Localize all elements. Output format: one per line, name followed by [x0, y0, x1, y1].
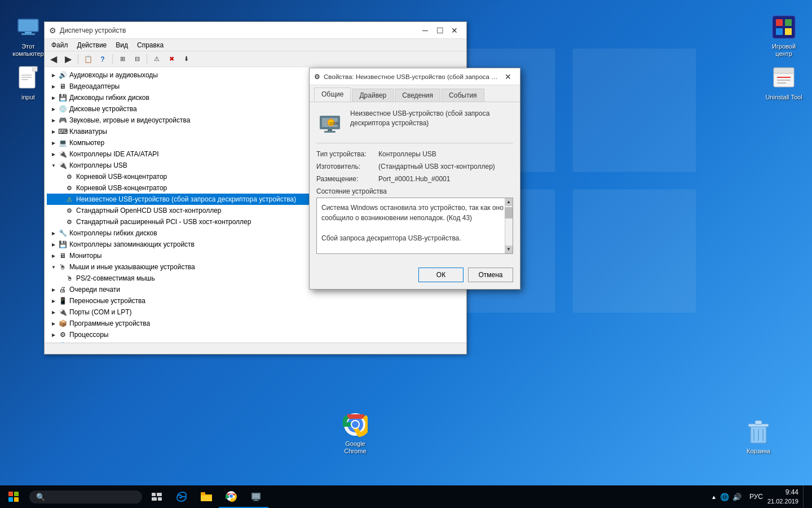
tab-general[interactable]: Общие: [314, 87, 351, 102]
maximize-button[interactable]: ☐: [433, 23, 447, 38]
menu-action[interactable]: Действие: [73, 39, 112, 51]
tree-toggle-disk[interactable]: ▶: [49, 104, 58, 113]
minimize-button[interactable]: ─: [418, 23, 433, 38]
device-manager-title: Диспетчер устройств: [60, 27, 418, 34]
tab-events[interactable]: События: [442, 89, 484, 102]
tree-toggle-computer[interactable]: ▶: [49, 138, 58, 147]
tree-toggle-audio[interactable]: ▶: [49, 71, 58, 80]
svg-rect-4: [18, 19, 38, 32]
chrome-icon: [342, 411, 369, 438]
tree-toggle-network[interactable]: ▶: [49, 341, 58, 343]
toolbar-help[interactable]: ?: [96, 52, 109, 66]
toolbar-warn[interactable]: ⚠: [150, 52, 164, 66]
svg-rect-18: [776, 28, 783, 35]
svg-rect-46: [157, 493, 162, 496]
tree-toggle-portable[interactable]: ▶: [49, 296, 58, 305]
language-indicator[interactable]: РУС: [749, 493, 763, 501]
sys-icons: ▲ 🌐 🔊: [708, 493, 745, 501]
tab-driver[interactable]: Драйвер: [352, 89, 394, 102]
taskbar-explorer[interactable]: [194, 485, 219, 508]
svg-rect-24: [777, 82, 786, 84]
menu-view[interactable]: Вид: [111, 39, 133, 51]
toolbar-properties[interactable]: 📋: [81, 52, 95, 66]
tree-software[interactable]: ▶ 📦 Программные устройства: [47, 318, 464, 329]
toolbar-sep-2: [112, 54, 113, 64]
usb-controllers-icon: 🔌: [58, 161, 67, 170]
taskbar-clock: 9:44 21.02.2019: [767, 488, 798, 506]
tree-toggle-mice[interactable]: ▼: [49, 262, 58, 271]
toolbar-sep-1: [78, 54, 78, 64]
ok-button[interactable]: ОК: [418, 268, 464, 282]
toolbar-icon2[interactable]: ⊟: [130, 52, 144, 66]
storage-ctrl-icon: 💾: [58, 240, 67, 249]
window-controls: ─ ☐ ✕: [418, 23, 462, 38]
svg-rect-50: [201, 496, 212, 501]
disk-icon: 💿: [58, 104, 67, 113]
floppy-icon: 💾: [58, 93, 67, 102]
menu-file[interactable]: Файл: [47, 39, 73, 51]
clock-date: 21.02.2019: [767, 497, 798, 506]
cancel-button[interactable]: Отмена: [468, 268, 513, 282]
show-desktop-button[interactable]: [803, 485, 807, 508]
tab-details[interactable]: Сведения: [395, 89, 440, 102]
svg-rect-17: [785, 19, 792, 26]
desktop: Этот компьютер input: [0, 0, 812, 485]
dialog-content: USB Неизвестное USB-устройство (сбой зап…: [310, 102, 520, 261]
tree-toggle-floppy-ctrl[interactable]: ▶: [49, 229, 58, 238]
properties-dialog: ⚙ Свойства: Неизвестное USB-устройство (…: [309, 68, 520, 290]
tree-toggle-print[interactable]: ▶: [49, 285, 58, 294]
computer-icon: 💻: [58, 138, 67, 147]
svg-rect-13: [21, 79, 28, 80]
tree-toggle-sound[interactable]: ▶: [49, 116, 58, 125]
start-button[interactable]: [0, 485, 27, 508]
tree-toggle-software[interactable]: ▶: [49, 319, 58, 328]
tree-cpu[interactable]: ▶ ⚙ Процессоры: [47, 329, 464, 340]
tree-portable[interactable]: ▶ 📱 Переносные устройства: [47, 295, 464, 306]
portable-icon: 📱: [58, 296, 67, 305]
uninstall-tool-icon: [770, 64, 797, 91]
recycle-bin-label: Корзина: [747, 448, 770, 455]
volume-icon[interactable]: 🔊: [732, 493, 742, 501]
taskbar-device-manager[interactable]: [244, 485, 268, 508]
close-button[interactable]: ✕: [447, 23, 462, 38]
device-manager-toolbar: ◀ ▶ 📋 ? ⊞ ⊟ ⚠ ✖ ⬇: [45, 51, 466, 67]
svg-rect-51: [201, 492, 205, 495]
tree-toggle-monitors[interactable]: ▶: [49, 251, 58, 260]
toolbar-red-x[interactable]: ✖: [165, 52, 178, 66]
toolbar-icon1[interactable]: ⊞: [116, 52, 129, 66]
tree-toggle-video[interactable]: ▶: [49, 82, 58, 91]
device-type-row: Тип устройства: Контроллеры USB: [316, 150, 513, 158]
taskbar-search[interactable]: 🔍: [29, 491, 142, 503]
tree-toggle-usb[interactable]: ▼: [49, 161, 58, 170]
sound-icon: 🎮: [58, 116, 67, 125]
menu-help[interactable]: Справка: [133, 39, 168, 51]
svg-rect-22: [777, 77, 791, 78]
svg-rect-44: [14, 497, 19, 502]
tree-toggle-floppy[interactable]: ▶: [49, 93, 58, 102]
status-title: Состояние устройства: [316, 187, 513, 195]
desktop-icon-gaming[interactable]: Игровой центр: [761, 11, 806, 60]
taskbar-edge[interactable]: [169, 485, 194, 508]
task-view-button[interactable]: [144, 485, 169, 508]
svg-rect-47: [152, 497, 157, 501]
device-header: USB Неизвестное USB-устройство (сбой зап…: [316, 109, 513, 143]
desktop-icon-chrome[interactable]: Google Chrome: [333, 409, 378, 457]
tree-toggle-keyboard[interactable]: ▶: [49, 127, 58, 136]
toolbar-back[interactable]: ◀: [47, 52, 60, 66]
tree-toggle-ide[interactable]: ▶: [49, 150, 58, 159]
taskbar: 🔍: [0, 485, 812, 508]
location-label: Размещение:: [316, 175, 378, 183]
toolbar-forward[interactable]: ▶: [61, 52, 75, 66]
chevron-icon[interactable]: ▲: [711, 494, 717, 500]
dialog-close-button[interactable]: ✕: [501, 69, 515, 84]
tree-ports[interactable]: ▶ 🔌 Порты (COM и LPT): [47, 306, 464, 318]
tree-toggle-cpu[interactable]: ▶: [49, 330, 58, 339]
tree-toggle-ports[interactable]: ▶: [49, 308, 58, 317]
scrollbar[interactable]: ▲ ▼: [505, 198, 513, 253]
svg-rect-11: [21, 75, 32, 76]
desktop-icon-uninstall[interactable]: Uninstall Tool: [761, 62, 806, 103]
tree-toggle-storage-ctrl[interactable]: ▶: [49, 240, 58, 249]
desktop-icon-recycle[interactable]: Корзина: [736, 416, 781, 457]
taskbar-chrome[interactable]: [219, 485, 244, 508]
toolbar-down[interactable]: ⬇: [179, 52, 193, 66]
